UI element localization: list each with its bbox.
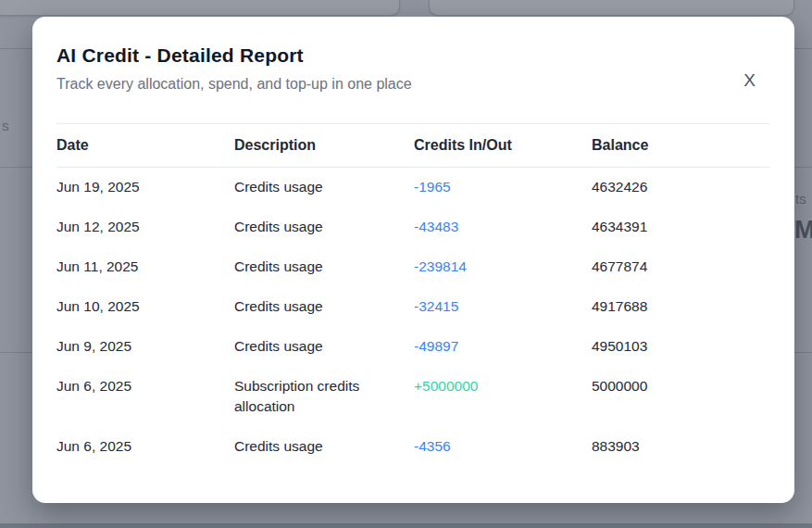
description-cell: Credits usage (234, 427, 414, 467)
column-header-balance: Balance (592, 124, 769, 168)
table-header: DateDescriptionCredits In/OutBalance (56, 124, 769, 168)
credits-cell: -43483 (414, 207, 592, 247)
column-header-date: Date (56, 124, 234, 168)
modal-title: AI Credit - Detailed Report (56, 44, 770, 67)
background-bottom-bar (0, 523, 812, 528)
background-card-left (0, 0, 400, 16)
date-cell: Jun 9, 2025 (56, 327, 234, 367)
background-bold-fragment-right: M (794, 216, 812, 245)
balance-cell: 4917688 (592, 287, 769, 327)
description-cell: Credits usage (234, 168, 414, 208)
table-row: Jun 9, 2025Credits usage-498974950103 (56, 327, 769, 367)
table-header-row: DateDescriptionCredits In/OutBalance (56, 124, 769, 168)
credits-cell: -49897 (414, 327, 592, 367)
date-cell: Jun 6, 2025 (56, 367, 234, 427)
column-header-credits-in-out: Credits In/Out (414, 124, 592, 168)
table-row: Jun 12, 2025Credits usage-434834634391 (56, 207, 769, 247)
credits-cell: -239814 (414, 247, 592, 287)
balance-cell: 5000000 (592, 367, 769, 427)
table-row: Jun 6, 2025Credits usage-4356883903 (56, 427, 769, 467)
credit-history-table: DateDescriptionCredits In/OutBalance Jun… (56, 123, 769, 467)
balance-cell: 883903 (592, 427, 769, 467)
date-cell: Jun 19, 2025 (56, 168, 234, 208)
description-cell: Credits usage (234, 207, 414, 247)
table-row: Jun 19, 2025Credits usage-19654632426 (56, 168, 769, 208)
balance-cell: 4632426 (592, 168, 769, 208)
credits-cell: -1965 (414, 168, 592, 208)
balance-cell: 4950103 (592, 327, 769, 367)
table-body: Jun 19, 2025Credits usage-19654632426Jun… (56, 168, 769, 468)
description-cell: Credits usage (234, 247, 414, 287)
balance-cell: 4634391 (592, 207, 769, 247)
date-cell: Jun 11, 2025 (56, 247, 234, 287)
credits-cell: +5000000 (414, 367, 592, 427)
modal-subtitle: Track every allocation, spend, and top-u… (56, 76, 770, 93)
credit-report-modal: AI Credit - Detailed Report X Track ever… (32, 17, 794, 503)
date-cell: Jun 6, 2025 (56, 427, 234, 467)
table-row: Jun 11, 2025Credits usage-2398144677874 (56, 247, 769, 287)
background-text-fragment-right: ts (795, 191, 806, 207)
description-cell: Credits usage (234, 327, 414, 367)
background-text-fragment-left: s (2, 118, 9, 133)
description-cell: Subscription credits allocation (234, 367, 414, 427)
background-card-right (429, 0, 794, 16)
date-cell: Jun 12, 2025 (56, 207, 234, 247)
credits-cell: -4356 (414, 427, 592, 467)
column-header-description: Description (234, 124, 414, 168)
table-row: Jun 6, 2025Subscription credits allocati… (56, 367, 769, 427)
table-row: Jun 10, 2025Credits usage-324154917688 (56, 287, 769, 327)
credits-cell: -32415 (414, 287, 592, 327)
balance-cell: 4677874 (592, 247, 769, 287)
description-cell: Credits usage (234, 287, 414, 327)
close-button[interactable]: X (738, 69, 761, 91)
date-cell: Jun 10, 2025 (56, 287, 234, 327)
